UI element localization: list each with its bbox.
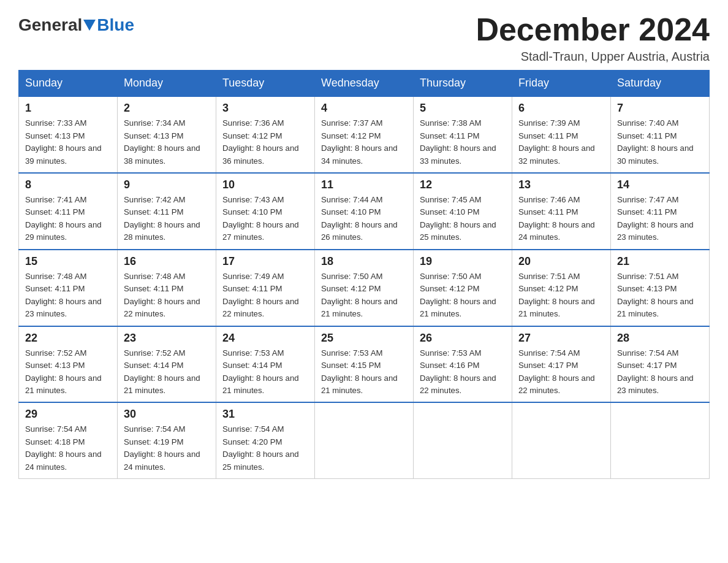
day-number: 25 — [321, 332, 407, 345]
day-number: 26 — [420, 332, 506, 345]
day-info: Sunrise: 7:33 AMSunset: 4:13 PMDaylight:… — [25, 117, 111, 167]
calendar-day-header: Tuesday — [216, 71, 315, 97]
day-info: Sunrise: 7:44 AMSunset: 4:10 PMDaylight:… — [321, 194, 407, 244]
day-number: 20 — [518, 255, 604, 268]
calendar-cell: 13Sunrise: 7:46 AMSunset: 4:11 PMDayligh… — [512, 173, 611, 250]
day-number: 3 — [222, 102, 308, 115]
title-block: December 2024 Stadl-Traun, Upper Austria… — [476, 12, 710, 64]
calendar-cell: 11Sunrise: 7:44 AMSunset: 4:10 PMDayligh… — [315, 173, 414, 250]
calendar-cell: 4Sunrise: 7:37 AMSunset: 4:12 PMDaylight… — [315, 96, 414, 173]
page-header: General Blue December 2024 Stadl-Traun, … — [18, 12, 710, 64]
day-number: 16 — [124, 255, 210, 268]
day-number: 23 — [124, 332, 210, 345]
calendar-week-row: 8Sunrise: 7:41 AMSunset: 4:11 PMDaylight… — [19, 173, 710, 250]
day-number: 2 — [124, 102, 210, 115]
day-info: Sunrise: 7:36 AMSunset: 4:12 PMDaylight:… — [222, 117, 308, 167]
calendar-cell: 24Sunrise: 7:53 AMSunset: 4:14 PMDayligh… — [216, 326, 315, 403]
logo-blue-text: Blue — [97, 15, 134, 35]
calendar-cell: 5Sunrise: 7:38 AMSunset: 4:11 PMDaylight… — [414, 96, 512, 173]
day-info: Sunrise: 7:43 AMSunset: 4:10 PMDaylight:… — [222, 194, 308, 244]
day-number: 24 — [222, 332, 308, 345]
calendar-cell — [414, 402, 512, 478]
calendar-cell: 12Sunrise: 7:45 AMSunset: 4:10 PMDayligh… — [414, 173, 512, 250]
calendar-day-header: Sunday — [19, 71, 118, 97]
day-number: 27 — [518, 332, 604, 345]
day-info: Sunrise: 7:51 AMSunset: 4:13 PMDaylight:… — [617, 270, 703, 321]
calendar-table: SundayMondayTuesdayWednesdayThursdayFrid… — [18, 70, 710, 479]
calendar-day-header: Friday — [512, 71, 611, 97]
calendar-cell: 15Sunrise: 7:48 AMSunset: 4:11 PMDayligh… — [19, 250, 118, 326]
day-info: Sunrise: 7:48 AMSunset: 4:11 PMDaylight:… — [25, 270, 111, 321]
day-info: Sunrise: 7:47 AMSunset: 4:11 PMDaylight:… — [617, 194, 703, 244]
calendar-cell: 16Sunrise: 7:48 AMSunset: 4:11 PMDayligh… — [118, 250, 216, 326]
day-number: 14 — [617, 178, 703, 191]
day-info: Sunrise: 7:52 AMSunset: 4:13 PMDaylight:… — [25, 347, 111, 397]
day-info: Sunrise: 7:54 AMSunset: 4:17 PMDaylight:… — [617, 347, 703, 397]
day-info: Sunrise: 7:52 AMSunset: 4:14 PMDaylight:… — [124, 347, 210, 397]
calendar-cell: 19Sunrise: 7:50 AMSunset: 4:12 PMDayligh… — [414, 250, 512, 326]
calendar-cell: 23Sunrise: 7:52 AMSunset: 4:14 PMDayligh… — [118, 326, 216, 403]
day-number: 8 — [25, 178, 111, 191]
calendar-cell — [315, 402, 414, 478]
calendar-week-row: 15Sunrise: 7:48 AMSunset: 4:11 PMDayligh… — [19, 250, 710, 326]
calendar-cell: 31Sunrise: 7:54 AMSunset: 4:20 PMDayligh… — [216, 402, 315, 478]
day-number: 10 — [222, 178, 308, 191]
day-number: 7 — [617, 102, 703, 115]
day-info: Sunrise: 7:38 AMSunset: 4:11 PMDaylight:… — [420, 117, 506, 167]
calendar-cell: 28Sunrise: 7:54 AMSunset: 4:17 PMDayligh… — [611, 326, 710, 403]
day-number: 28 — [617, 332, 703, 345]
day-info: Sunrise: 7:53 AMSunset: 4:16 PMDaylight:… — [420, 347, 506, 397]
day-info: Sunrise: 7:37 AMSunset: 4:12 PMDaylight:… — [321, 117, 407, 167]
day-info: Sunrise: 7:45 AMSunset: 4:10 PMDaylight:… — [420, 194, 506, 244]
calendar-cell: 17Sunrise: 7:49 AMSunset: 4:11 PMDayligh… — [216, 250, 315, 326]
calendar-cell: 21Sunrise: 7:51 AMSunset: 4:13 PMDayligh… — [611, 250, 710, 326]
day-info: Sunrise: 7:54 AMSunset: 4:18 PMDaylight:… — [25, 423, 111, 473]
day-number: 6 — [518, 102, 604, 115]
calendar-cell: 22Sunrise: 7:52 AMSunset: 4:13 PMDayligh… — [19, 326, 118, 403]
day-number: 13 — [518, 178, 604, 191]
calendar-cell: 26Sunrise: 7:53 AMSunset: 4:16 PMDayligh… — [414, 326, 512, 403]
day-info: Sunrise: 7:49 AMSunset: 4:11 PMDaylight:… — [222, 270, 308, 321]
day-info: Sunrise: 7:34 AMSunset: 4:13 PMDaylight:… — [124, 117, 210, 167]
day-info: Sunrise: 7:53 AMSunset: 4:15 PMDaylight:… — [321, 347, 407, 397]
calendar-cell: 9Sunrise: 7:42 AMSunset: 4:11 PMDaylight… — [118, 173, 216, 250]
day-number: 9 — [124, 178, 210, 191]
calendar-cell: 25Sunrise: 7:53 AMSunset: 4:15 PMDayligh… — [315, 326, 414, 403]
calendar-cell: 30Sunrise: 7:54 AMSunset: 4:19 PMDayligh… — [118, 402, 216, 478]
day-info: Sunrise: 7:41 AMSunset: 4:11 PMDaylight:… — [25, 194, 111, 244]
calendar-cell: 6Sunrise: 7:39 AMSunset: 4:11 PMDaylight… — [512, 96, 611, 173]
day-number: 29 — [25, 408, 111, 421]
day-info: Sunrise: 7:54 AMSunset: 4:17 PMDaylight:… — [518, 347, 604, 397]
day-info: Sunrise: 7:54 AMSunset: 4:20 PMDaylight:… — [222, 423, 308, 473]
calendar-week-row: 29Sunrise: 7:54 AMSunset: 4:18 PMDayligh… — [19, 402, 710, 478]
day-info: Sunrise: 7:48 AMSunset: 4:11 PMDaylight:… — [124, 270, 210, 321]
day-number: 21 — [617, 255, 703, 268]
calendar-week-row: 1Sunrise: 7:33 AMSunset: 4:13 PMDaylight… — [19, 96, 710, 173]
calendar-cell — [611, 402, 710, 478]
calendar-cell: 29Sunrise: 7:54 AMSunset: 4:18 PMDayligh… — [19, 402, 118, 478]
day-info: Sunrise: 7:54 AMSunset: 4:19 PMDaylight:… — [124, 423, 210, 473]
day-info: Sunrise: 7:42 AMSunset: 4:11 PMDaylight:… — [124, 194, 210, 244]
month-title: December 2024 — [476, 12, 710, 47]
calendar-day-header: Wednesday — [315, 71, 414, 97]
day-number: 19 — [420, 255, 506, 268]
calendar-day-header: Saturday — [611, 71, 710, 97]
logo: General Blue — [18, 12, 134, 35]
day-info: Sunrise: 7:50 AMSunset: 4:12 PMDaylight:… — [420, 270, 506, 321]
calendar-cell: 10Sunrise: 7:43 AMSunset: 4:10 PMDayligh… — [216, 173, 315, 250]
day-number: 30 — [124, 408, 210, 421]
day-info: Sunrise: 7:53 AMSunset: 4:14 PMDaylight:… — [222, 347, 308, 397]
calendar-cell: 2Sunrise: 7:34 AMSunset: 4:13 PMDaylight… — [118, 96, 216, 173]
calendar-day-header: Thursday — [414, 71, 512, 97]
day-number: 5 — [420, 102, 506, 115]
day-number: 22 — [25, 332, 111, 345]
calendar-header-row: SundayMondayTuesdayWednesdayThursdayFrid… — [19, 71, 710, 97]
day-number: 31 — [222, 408, 308, 421]
calendar-cell: 18Sunrise: 7:50 AMSunset: 4:12 PMDayligh… — [315, 250, 414, 326]
day-number: 15 — [25, 255, 111, 268]
calendar-cell: 3Sunrise: 7:36 AMSunset: 4:12 PMDaylight… — [216, 96, 315, 173]
calendar-cell — [512, 402, 611, 478]
day-number: 18 — [321, 255, 407, 268]
logo-general-text: General — [18, 15, 82, 35]
calendar-cell: 20Sunrise: 7:51 AMSunset: 4:12 PMDayligh… — [512, 250, 611, 326]
